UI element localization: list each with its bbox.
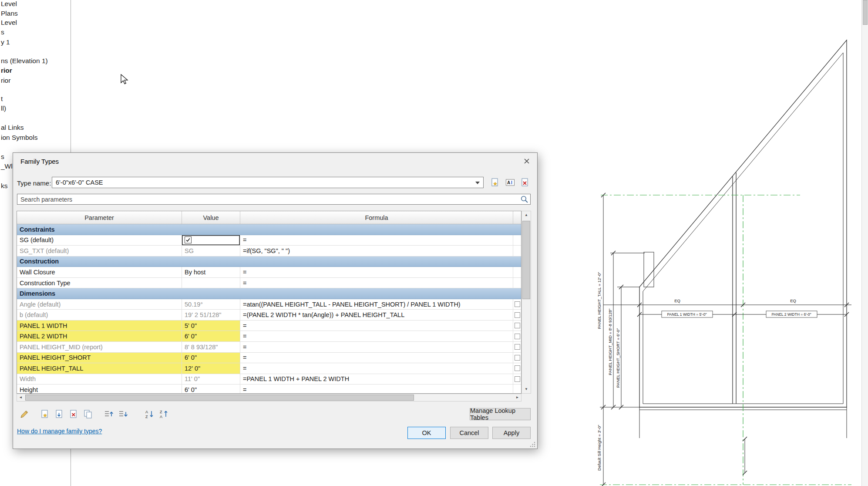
browser-item[interactable]: _Wl [1,162,13,170]
type-name-dropdown[interactable]: 6'-0"x6'-0" CASE [52,177,484,188]
svg-text:A: A [507,180,510,185]
browser-item[interactable]: s [1,153,4,161]
parameter-table: Parameter Value Formula Constraints SG (… [17,211,521,394]
lock-checkbox[interactable] [515,376,520,382]
sort-ascending-icon[interactable]: AZ [144,409,155,419]
table-row[interactable]: SG_TXT (default) SG =if(SG, "SG", " ") [17,246,521,256]
browser-item[interactable]: al Links [1,124,24,132]
delete-parameter-icon[interactable] [68,409,79,419]
lock-checkbox[interactable] [515,334,520,339]
manage-lookup-tables-button[interactable]: Manage Lookup Tables [470,408,531,420]
elevation-drawing[interactable]: PANEL HEIGHT_TALL = 12'-0" PANEL HEIGHT_… [592,0,861,486]
svg-text:I: I [511,180,512,185]
browser-item[interactable]: ion Symbols [1,134,37,142]
browser-item[interactable]: y 1 [1,38,10,46]
browser-item[interactable]: ll) [1,105,6,112]
header-formula[interactable]: Formula [240,211,513,224]
table-row[interactable]: Height 6' 0" = [17,385,521,394]
move-down-icon[interactable] [118,409,128,419]
rename-type-button[interactable]: AI [505,177,515,188]
cancel-button[interactable]: Cancel [450,427,488,439]
section-construction: Construction [17,256,521,267]
lock-checkbox[interactable] [515,301,520,307]
move-up-icon[interactable] [103,409,114,419]
lock-checkbox[interactable] [515,312,520,318]
lock-checkbox[interactable] [515,365,520,371]
table-row[interactable]: b (default) 19' 2 51/128" =(PANEL 2 WIDT… [17,310,521,321]
dimension-ticks [601,193,849,486]
lock-checkbox[interactable] [515,344,520,350]
apply-button[interactable]: Apply [492,427,531,439]
browser-item[interactable]: Level [1,19,17,27]
scroll-down-icon[interactable]: ▼ [522,385,531,393]
resize-grip[interactable] [530,441,536,447]
dim-eq-right[interactable]: EQ [790,298,796,303]
header-value[interactable]: Value [182,211,240,224]
new-parameter-icon[interactable] [40,409,50,419]
table-row[interactable]: Width 11' 0" =PANEL 1 WIDTH + PANEL 2 WI… [17,374,521,385]
vertical-scroll-thumb[interactable] [522,221,530,299]
scroll-up-icon[interactable]: ▲ [522,211,531,219]
dim-sill-height[interactable]: Default Sill Height = 3'-0" [597,425,602,470]
search-parameters [17,194,531,205]
copy-parameter-icon[interactable] [83,409,93,419]
svg-text:Z: Z [145,415,148,419]
table-row-highlighted[interactable]: PANEL 2 WIDTH 6' 0" = [17,331,521,342]
horizontal-scroll-thumb[interactable] [25,395,414,401]
browser-item[interactable]: rior [1,77,10,84]
ok-button[interactable]: OK [407,427,446,439]
new-type-button[interactable] [490,177,500,188]
family-types-dialog: Family Types Type name: 6'-0"x6'-0" CASE… [13,152,538,449]
scroll-left-icon[interactable]: ◄ [17,394,24,401]
scroll-right-icon[interactable]: ► [514,394,521,401]
lock-checkbox[interactable] [515,323,520,328]
table-horizontal-scrollbar[interactable]: ◄ ► [17,394,521,402]
table-vertical-scrollbar[interactable]: ▲ ▼ [521,211,531,394]
type-name-label: Type name: [17,179,51,187]
close-icon [523,158,530,165]
revit-window: Level Plans Level s y 1 ns (Elevation 1)… [0,0,868,486]
search-input[interactable] [17,194,531,205]
table-row-highlighted[interactable]: PANEL 1 WIDTH 5' 0" = [17,321,521,331]
browser-item[interactable]: ks [1,182,8,190]
help-link[interactable]: How do I manage family types? [17,428,102,435]
search-icon[interactable] [520,195,529,204]
browser-item[interactable]: Plans [1,10,18,17]
table-row[interactable]: SG (default) = [17,235,521,246]
table-row[interactable]: Wall Closure By host = [17,267,521,278]
type-name-value: 6'-0"x6'-0" CASE [56,179,103,186]
table-row[interactable]: Construction Type = [17,278,521,289]
reference-planes[interactable] [600,195,851,485]
dim-panel2-width[interactable]: PANEL 2 WIDTH = 6'-0" [772,312,811,317]
svg-text:A: A [160,415,162,419]
table-row-highlighted[interactable]: PANEL HEIGHT_TALL 12' 0" = [17,363,521,374]
chevron-down-icon [475,182,480,184]
browser-item[interactable]: Level [1,0,17,8]
edit-parameter-icon[interactable] [19,409,30,419]
header-lock [513,211,521,224]
sg-checkbox[interactable] [185,236,192,243]
browser-item[interactable]: s [1,28,4,36]
table-row[interactable]: Angle (default) 50.19° =atan((PANEL HEIG… [17,299,521,310]
dim-panel-height-mid[interactable]: PANEL HEIGHT_MID = 8'-8 93/128" [608,309,612,375]
modify-parameter-icon[interactable] [54,409,64,419]
dim-panel1-width[interactable]: PANEL 1 WIDTH = 5'-0" [667,312,707,317]
browser-item-active[interactable]: rior [1,67,12,74]
canvas-scrollbar[interactable] [861,0,868,486]
close-button[interactable] [520,155,534,167]
browser-item[interactable]: ns (Elevation 1) [1,57,48,65]
table-row[interactable]: PANEL HEIGHT_MID (report) 8' 8 93/128" = [17,342,521,353]
dim-panel-height-short[interactable]: PANEL HEIGHT_SHORT = 6'-0" [616,328,620,388]
canvas-scrollbar-thumb[interactable] [863,0,868,25]
sort-descending-icon[interactable]: ZA [158,409,169,419]
browser-item[interactable]: t [1,95,3,103]
delete-type-button[interactable] [520,177,530,188]
header-parameter[interactable]: Parameter [17,211,182,224]
dialog-title: Family Types [20,158,59,165]
table-row-highlighted[interactable]: PANEL HEIGHT_SHORT 6' 0" = [17,353,521,364]
dim-eq-left[interactable]: EQ [674,298,680,303]
dim-panel-height-tall[interactable]: PANEL HEIGHT_TALL = 12'-0" [597,272,602,329]
lock-checkbox[interactable] [515,355,520,361]
svg-text:Z: Z [160,410,162,414]
dimension-lines [600,195,851,485]
